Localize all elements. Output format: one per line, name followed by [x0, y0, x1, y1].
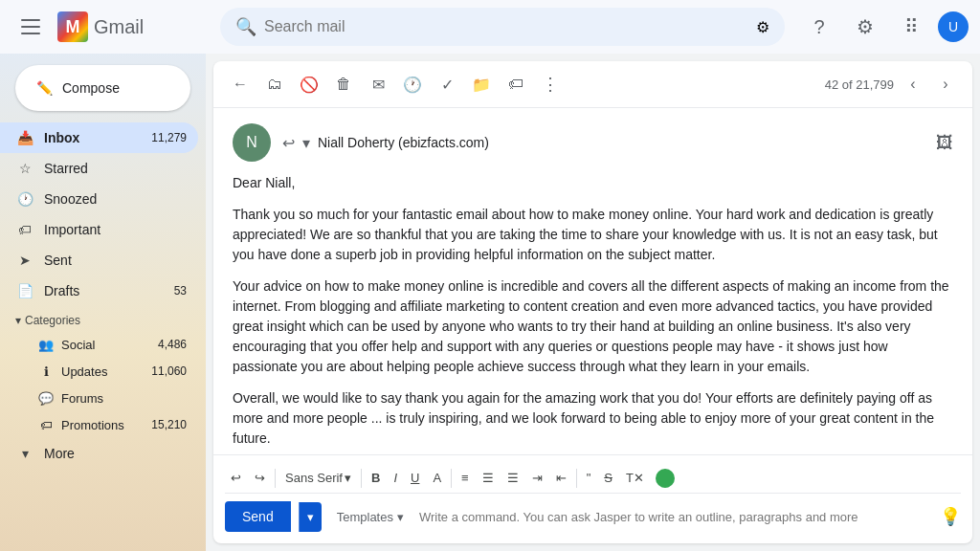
help-button[interactable]: ?: [800, 8, 838, 46]
reply-dropdown-icon[interactable]: ▾: [302, 134, 310, 152]
menu-button[interactable]: [11, 8, 50, 46]
reply-icon: ↩: [282, 134, 295, 152]
more-options-button[interactable]: ⋮: [535, 69, 566, 99]
important-icon: 🏷: [15, 222, 34, 237]
promotions-label: Promotions: [61, 418, 124, 432]
categories-label: Categories: [25, 314, 80, 327]
sidebar-item-more[interactable]: ▾ More: [0, 438, 198, 469]
search-input[interactable]: [264, 18, 748, 35]
starred-icon: ☆: [15, 161, 34, 176]
promotions-icon: 🏷: [38, 418, 54, 432]
forums-label: Forums: [61, 391, 103, 406]
jasper-icon: 💡: [940, 506, 961, 527]
send-dropdown-button[interactable]: ▾: [299, 502, 322, 532]
main-layout: ✏️ Compose 📥 Inbox 11,279 ☆ Starred 🕐 Sn…: [0, 54, 980, 551]
templates-button[interactable]: Templates ▾: [329, 506, 412, 528]
apps-button[interactable]: ⠿: [892, 8, 930, 46]
inbox-icon: 📥: [15, 130, 34, 145]
social-count: 4,486: [158, 338, 187, 351]
jasper-input[interactable]: [419, 510, 932, 524]
body-paragraph-2: Your advice on how to make money online …: [233, 276, 953, 377]
numbered-list-button[interactable]: ☰: [477, 467, 500, 489]
font-family-label: Sans Serif: [285, 471, 343, 485]
italic-button[interactable]: I: [388, 467, 403, 489]
toolbar-separator-1: [275, 469, 276, 488]
sender-avatar: N: [233, 123, 271, 162]
blockquote-button[interactable]: ": [581, 467, 597, 489]
sidebar-item-social[interactable]: 👥 Social 4,486: [0, 331, 198, 358]
back-button[interactable]: ←: [225, 69, 256, 99]
sidebar-item-drafts[interactable]: 📄 Drafts 53: [0, 276, 198, 306]
prev-email-button[interactable]: ‹: [898, 69, 928, 99]
body-paragraph-3: Overall, we would like to say thank you …: [233, 388, 953, 449]
inbox-label: Inbox: [44, 130, 142, 145]
important-label: Important: [44, 222, 187, 237]
sender-info: ↩ ▾ Niall Doherty (ebizfacts.com): [282, 134, 924, 152]
sidebar-item-promotions[interactable]: 🏷 Promotions 15,210: [0, 411, 198, 438]
updates-icon: ℹ: [38, 364, 54, 379]
starred-label: Starred: [44, 161, 187, 176]
toolbar-separator-2: [361, 469, 362, 488]
forums-icon: 💬: [38, 391, 54, 406]
spam-button[interactable]: 🚫: [294, 69, 324, 99]
sidebar-item-sent[interactable]: ➤ Sent: [0, 245, 198, 276]
snooze-button[interactable]: 🕐: [397, 69, 428, 99]
strikethrough-button[interactable]: S: [598, 467, 618, 489]
text-color-button[interactable]: A: [427, 467, 447, 489]
email-body: Dear Niall, Thank you so much for your f…: [233, 173, 953, 449]
bold-button[interactable]: B: [366, 467, 386, 489]
sidebar-item-inbox[interactable]: 📥 Inbox 11,279: [0, 122, 198, 153]
next-email-button[interactable]: ›: [930, 69, 961, 99]
redo-button[interactable]: ↪: [249, 467, 271, 489]
search-bar[interactable]: 🔍 ⚙: [220, 8, 785, 46]
compose-label: Compose: [62, 80, 120, 96]
email-content: N ↩ ▾ Niall Doherty (ebizfacts.com) 🖼 De…: [213, 108, 972, 454]
green-dot-indicator: [656, 469, 675, 488]
categories-chevron-icon[interactable]: ▾: [15, 314, 21, 327]
snoozed-icon: 🕐: [15, 191, 34, 207]
settings-button[interactable]: ⚙: [846, 8, 884, 46]
sidebar-item-snoozed[interactable]: 🕐 Snoozed: [0, 184, 198, 214]
sent-icon: ➤: [15, 253, 34, 268]
updates-count: 11,060: [151, 364, 187, 378]
undo-button[interactable]: ↩: [225, 467, 247, 489]
label-button[interactable]: 🏷: [501, 69, 531, 99]
sidebar: ✏️ Compose 📥 Inbox 11,279 ☆ Starred 🕐 Sn…: [0, 54, 206, 551]
image-toggle-icon[interactable]: 🖼: [936, 133, 953, 153]
sidebar-item-important[interactable]: 🏷 Important: [0, 214, 198, 245]
sidebar-item-updates[interactable]: ℹ Updates 11,060: [0, 358, 198, 385]
updates-label: Updates: [61, 364, 107, 379]
archive-button[interactable]: 🗂: [259, 69, 290, 99]
font-family-select[interactable]: Sans Serif ▾: [279, 467, 357, 489]
send-button[interactable]: Send: [225, 501, 291, 532]
mark-unread-button[interactable]: ✉: [363, 69, 393, 99]
sidebar-item-starred[interactable]: ☆ Starred: [0, 153, 198, 184]
bullet-list-button[interactable]: ☰: [501, 467, 524, 489]
sidebar-content: ✏️ Compose 📥 Inbox 11,279 ☆ Starred 🕐 Sn…: [0, 65, 206, 469]
content-area: ← 🗂 🚫 🗑 ✉ 🕐 ✓ 📁 🏷 ⋮ 42 of 21,799 ‹ ›: [206, 54, 980, 551]
align-left-button[interactable]: ≡: [456, 467, 475, 489]
indent-button[interactable]: ⇥: [526, 467, 548, 489]
drafts-label: Drafts: [44, 283, 165, 298]
format-toolbar: ↩ ↪ Sans Serif ▾ B I U A ≡ ☰ ☰: [225, 463, 961, 494]
sidebar-item-forums[interactable]: 💬 Forums: [0, 385, 198, 411]
outdent-button[interactable]: ⇤: [550, 467, 572, 489]
avatar[interactable]: U: [938, 11, 969, 42]
remove-format-button[interactable]: T✕: [620, 467, 650, 489]
email-viewer: ← 🗂 🚫 🗑 ✉ 🕐 ✓ 📁 🏷 ⋮ 42 of 21,799 ‹ ›: [213, 61, 972, 543]
email-count: 42 of 21,799: [825, 77, 894, 92]
categories-header: ▾ Categories: [0, 306, 206, 331]
filter-icon[interactable]: ⚙: [756, 18, 769, 36]
email-toolbar: ← 🗂 🚫 🗑 ✉ 🕐 ✓ 📁 🏷 ⋮ 42 of 21,799 ‹ ›: [213, 61, 972, 108]
topbar: M Gmail 🔍 ⚙ ? ⚙ ⠿ U: [0, 0, 980, 54]
social-icon: 👥: [38, 338, 54, 352]
delete-button[interactable]: 🗑: [328, 69, 359, 99]
compose-button[interactable]: ✏️ Compose: [15, 65, 190, 111]
underline-button[interactable]: U: [405, 467, 425, 489]
hamburger-icon: [21, 17, 40, 36]
compose-pencil-icon: ✏️: [36, 80, 53, 96]
move-to-button[interactable]: 📁: [466, 69, 497, 99]
add-to-tasks-button[interactable]: ✓: [432, 69, 462, 99]
templates-chevron-icon: ▾: [397, 510, 404, 524]
social-label: Social: [61, 338, 95, 352]
